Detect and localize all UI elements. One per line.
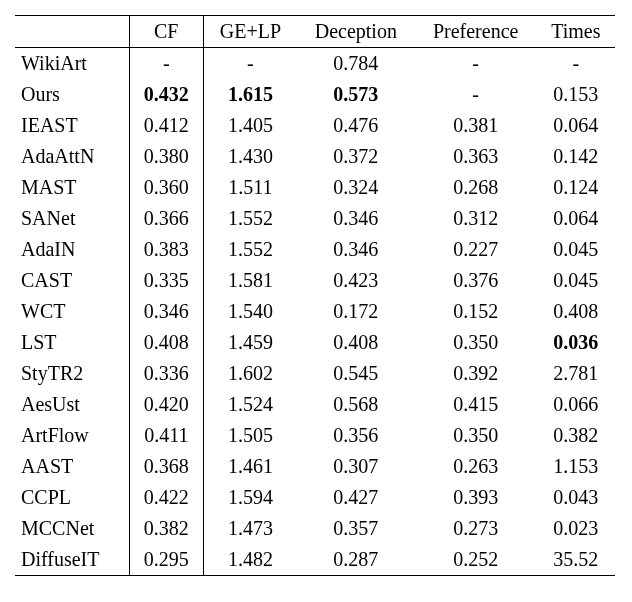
row-name: DiffuseIT [15, 544, 129, 576]
row-name: WCT [15, 296, 129, 327]
cell-preference: 0.392 [415, 358, 537, 389]
cell-deception: 0.357 [297, 513, 415, 544]
table-row: StyTR20.3361.6020.5450.3922.781 [15, 358, 615, 389]
cell-cf: 0.412 [129, 110, 203, 141]
cell-cf: 0.335 [129, 265, 203, 296]
cell-times: 1.153 [537, 451, 615, 482]
cell-deception: 0.356 [297, 420, 415, 451]
cell-times: 0.023 [537, 513, 615, 544]
cell-deception: 0.423 [297, 265, 415, 296]
table-row: MCCNet0.3821.4730.3570.2730.023 [15, 513, 615, 544]
row-name: WikiArt [15, 48, 129, 80]
header-gelp: GE+LP [203, 16, 296, 48]
cell-times: - [537, 48, 615, 80]
cell-cf: 0.336 [129, 358, 203, 389]
header-deception: Deception [297, 16, 415, 48]
table-row: AdaIN0.3831.5520.3460.2270.045 [15, 234, 615, 265]
table-row: WikiArt--0.784-- [15, 48, 615, 80]
cell-preference: - [415, 48, 537, 80]
header-row: CF GE+LP Deception Preference Times [15, 16, 615, 48]
cell-preference: 0.363 [415, 141, 537, 172]
cell-cf: 0.295 [129, 544, 203, 576]
cell-preference: 0.350 [415, 327, 537, 358]
cell-times: 0.124 [537, 172, 615, 203]
header-preference: Preference [415, 16, 537, 48]
row-name: IEAST [15, 110, 129, 141]
cell-deception: 0.172 [297, 296, 415, 327]
cell-gelp: 1.602 [203, 358, 296, 389]
cell-preference: 0.381 [415, 110, 537, 141]
row-name: CAST [15, 265, 129, 296]
cell-times: 0.142 [537, 141, 615, 172]
cell-gelp: 1.459 [203, 327, 296, 358]
row-name: SANet [15, 203, 129, 234]
table-row: WCT0.3461.5400.1720.1520.408 [15, 296, 615, 327]
table-row: DiffuseIT0.2951.4820.2870.25235.52 [15, 544, 615, 576]
table-row: LST0.4081.4590.4080.3500.036 [15, 327, 615, 358]
cell-preference: 0.376 [415, 265, 537, 296]
table-row: MAST0.3601.5110.3240.2680.124 [15, 172, 615, 203]
table-row: AAST0.3681.4610.3070.2631.153 [15, 451, 615, 482]
cell-cf: 0.360 [129, 172, 203, 203]
table-row: SANet0.3661.5520.3460.3120.064 [15, 203, 615, 234]
row-name: MCCNet [15, 513, 129, 544]
cell-deception: 0.476 [297, 110, 415, 141]
cell-gelp: 1.540 [203, 296, 296, 327]
cell-preference: 0.393 [415, 482, 537, 513]
table-row: CCPL0.4221.5940.4270.3930.043 [15, 482, 615, 513]
cell-cf: 0.382 [129, 513, 203, 544]
cell-deception: 0.568 [297, 389, 415, 420]
cell-times: 0.064 [537, 110, 615, 141]
cell-preference: 0.152 [415, 296, 537, 327]
cell-gelp: 1.405 [203, 110, 296, 141]
cell-gelp: 1.552 [203, 203, 296, 234]
header-times: Times [537, 16, 615, 48]
cell-deception: 0.545 [297, 358, 415, 389]
cell-gelp: 1.594 [203, 482, 296, 513]
cell-deception: 0.408 [297, 327, 415, 358]
table-row: ArtFlow0.4111.5050.3560.3500.382 [15, 420, 615, 451]
table-row: AesUst0.4201.5240.5680.4150.066 [15, 389, 615, 420]
cell-deception: 0.573 [297, 79, 415, 110]
cell-cf: 0.346 [129, 296, 203, 327]
row-name: LST [15, 327, 129, 358]
row-name: AAST [15, 451, 129, 482]
cell-preference: - [415, 79, 537, 110]
results-table: CF GE+LP Deception Preference Times Wiki… [15, 15, 615, 576]
cell-gelp: 1.524 [203, 389, 296, 420]
cell-gelp: - [203, 48, 296, 80]
cell-cf: 0.422 [129, 482, 203, 513]
cell-times: 0.408 [537, 296, 615, 327]
cell-gelp: 1.581 [203, 265, 296, 296]
cell-preference: 0.268 [415, 172, 537, 203]
cell-times: 2.781 [537, 358, 615, 389]
cell-gelp: 1.552 [203, 234, 296, 265]
cell-preference: 0.415 [415, 389, 537, 420]
cell-deception: 0.427 [297, 482, 415, 513]
row-name: AesUst [15, 389, 129, 420]
row-name: ArtFlow [15, 420, 129, 451]
table-row: AdaAttN0.3801.4300.3720.3630.142 [15, 141, 615, 172]
cell-times: 0.066 [537, 389, 615, 420]
cell-gelp: 1.505 [203, 420, 296, 451]
cell-times: 0.043 [537, 482, 615, 513]
cell-gelp: 1.430 [203, 141, 296, 172]
cell-preference: 0.227 [415, 234, 537, 265]
table-row: Ours0.4321.6150.573-0.153 [15, 79, 615, 110]
cell-deception: 0.287 [297, 544, 415, 576]
cell-deception: 0.307 [297, 451, 415, 482]
cell-preference: 0.312 [415, 203, 537, 234]
cell-preference: 0.263 [415, 451, 537, 482]
cell-deception: 0.346 [297, 203, 415, 234]
cell-deception: 0.324 [297, 172, 415, 203]
cell-deception: 0.372 [297, 141, 415, 172]
cell-preference: 0.273 [415, 513, 537, 544]
cell-times: 0.045 [537, 234, 615, 265]
cell-deception: 0.784 [297, 48, 415, 80]
cell-preference: 0.252 [415, 544, 537, 576]
cell-preference: 0.350 [415, 420, 537, 451]
cell-cf: 0.368 [129, 451, 203, 482]
table-row: IEAST0.4121.4050.4760.3810.064 [15, 110, 615, 141]
row-name: Ours [15, 79, 129, 110]
table-row: CAST0.3351.5810.4230.3760.045 [15, 265, 615, 296]
